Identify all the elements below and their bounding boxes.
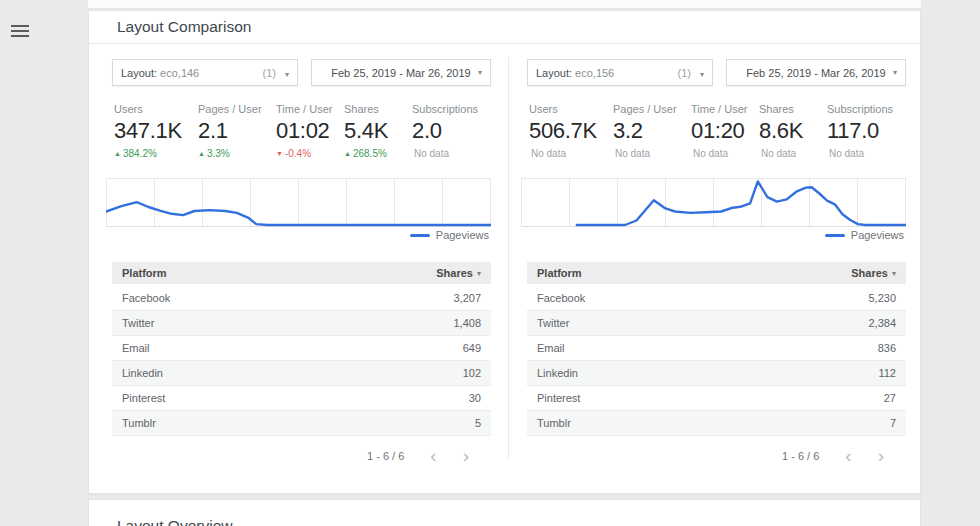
column-header-platform[interactable]: Platform: [537, 267, 582, 279]
legend-line-icon: [825, 234, 845, 237]
scorecard-row: Users 506.7K No data Pages / User 3.2 No…: [521, 103, 906, 167]
table-row: Facebook5,230: [527, 286, 906, 311]
table-row: Linkedin102: [112, 361, 491, 386]
table-row: Linkedin112: [527, 361, 906, 386]
pageviews-chart: [521, 177, 906, 229]
metric-subscriptions: Subscriptions 117.0 No data: [827, 103, 893, 159]
previous-page-icon[interactable]: ‹: [430, 449, 436, 463]
layout-selector-right: (1)▾: [678, 67, 704, 79]
layout-selector-right: (1)▾: [263, 67, 289, 79]
column-header-shares[interactable]: Shares▾: [436, 267, 481, 279]
metric-time-per-user: Time / User 01:02 -0.4%: [276, 103, 332, 159]
comparison-panel-right: Layout:eco,156 (1)▾ Feb 25, 2019 - Mar 2…: [521, 59, 906, 479]
column-header-platform[interactable]: Platform: [122, 267, 167, 279]
chart-legend: Pageviews: [410, 229, 489, 241]
table-row: Pinterest27: [527, 386, 906, 411]
trend-arrow-icon: [276, 150, 283, 157]
date-range-label: Feb 25, 2019 - Mar 26, 2019: [331, 67, 470, 79]
chevron-down-icon: ▾: [893, 68, 897, 77]
table-row: Twitter1,408: [112, 311, 491, 336]
pagination-range: 1 - 6 / 6: [367, 450, 404, 462]
metric-shares: Shares 5.4K 268.5%: [344, 103, 388, 159]
legend-label: Pageviews: [851, 229, 904, 241]
table-row: Email649: [112, 336, 491, 361]
table-row: Pinterest30: [112, 386, 491, 411]
table-row: Facebook3,207: [112, 286, 491, 311]
sort-descending-icon: ▾: [892, 269, 896, 278]
legend-line-icon: [410, 234, 430, 237]
shares-table: Platform Shares▾ Facebook5,230 Twitter2,…: [527, 262, 906, 436]
metric-users: Users 347.1K 384.2%: [114, 103, 182, 159]
trend-arrow-icon: [344, 150, 351, 157]
table-pagination: 1 - 6 / 6 ‹ ›: [106, 449, 491, 463]
date-range-label: Feb 25, 2019 - Mar 26, 2019: [746, 67, 885, 79]
trend-arrow-icon: [114, 150, 121, 157]
table-body: Facebook5,230 Twitter2,384 Email836 Link…: [527, 286, 906, 436]
next-page-icon[interactable]: ›: [878, 449, 884, 463]
next-section-title: Layout Overview: [89, 500, 920, 526]
chevron-down-icon: ▾: [700, 70, 704, 79]
metric-time-per-user: Time / User 01:20 No data: [691, 103, 747, 159]
table-row: Email836: [527, 336, 906, 361]
previous-page-icon[interactable]: ‹: [845, 449, 851, 463]
legend-label: Pageviews: [436, 229, 489, 241]
table-row: Tumblr5: [112, 411, 491, 436]
trend-arrow-icon: [198, 150, 205, 157]
layout-selector[interactable]: Layout:eco,146 (1)▾: [112, 59, 298, 86]
chevron-down-icon: ▾: [285, 70, 289, 79]
comparison-panel-left: Layout:eco,146 (1)▾ Feb 25, 2019 - Mar 2…: [106, 59, 491, 479]
layout-comparison-card: Layout Comparison Layout:eco,146 (1)▾ Fe…: [88, 10, 921, 494]
hamburger-menu-icon[interactable]: [11, 25, 29, 37]
dashboard-page: Layout Comparison Layout:eco,146 (1)▾ Fe…: [0, 0, 980, 526]
page-title: Layout Comparison: [117, 18, 251, 36]
table-row: Twitter2,384: [527, 311, 906, 336]
chart-legend: Pageviews: [825, 229, 904, 241]
shares-table: Platform Shares▾ Facebook3,207 Twitter1,…: [112, 262, 491, 436]
filter-controls: Layout:eco,156 (1)▾ Feb 25, 2019 - Mar 2…: [521, 59, 906, 86]
previous-card-edge: [88, 0, 921, 9]
layout-selector-text: Layout:eco,156: [536, 67, 614, 79]
sort-descending-icon: ▾: [477, 269, 481, 278]
layout-selector[interactable]: Layout:eco,156 (1)▾: [527, 59, 713, 86]
filter-controls: Layout:eco,146 (1)▾ Feb 25, 2019 - Mar 2…: [106, 59, 491, 86]
table-header: Platform Shares▾: [527, 262, 906, 284]
metric-subscriptions: Subscriptions 2.0 No data: [412, 103, 478, 159]
metric-shares: Shares 8.6K No data: [759, 103, 803, 159]
panel-divider: [508, 57, 509, 459]
date-range-selector[interactable]: Feb 25, 2019 - Mar 26, 2019 ▾: [311, 59, 491, 86]
scorecard-row: Users 347.1K 384.2% Pages / User 2.1 3.3…: [106, 103, 491, 167]
table-header: Platform Shares▾: [112, 262, 491, 284]
pagination-range: 1 - 6 / 6: [782, 450, 819, 462]
column-header-shares[interactable]: Shares▾: [851, 267, 896, 279]
next-page-icon[interactable]: ›: [463, 449, 469, 463]
chevron-down-icon: ▾: [478, 68, 482, 77]
table-body: Facebook3,207 Twitter1,408 Email649 Link…: [112, 286, 491, 436]
date-range-selector[interactable]: Feb 25, 2019 - Mar 26, 2019 ▾: [726, 59, 906, 86]
table-row: Tumblr7: [527, 411, 906, 436]
metric-pages-per-user: Pages / User 2.1 3.3%: [198, 103, 262, 159]
table-pagination: 1 - 6 / 6 ‹ ›: [521, 449, 906, 463]
card-header: Layout Comparison: [89, 11, 920, 44]
metric-pages-per-user: Pages / User 3.2 No data: [613, 103, 677, 159]
pageviews-chart: [106, 177, 491, 229]
metric-users: Users 506.7K No data: [529, 103, 597, 159]
layout-selector-text: Layout:eco,146: [121, 67, 199, 79]
layout-overview-card: Layout Overview: [88, 499, 921, 526]
